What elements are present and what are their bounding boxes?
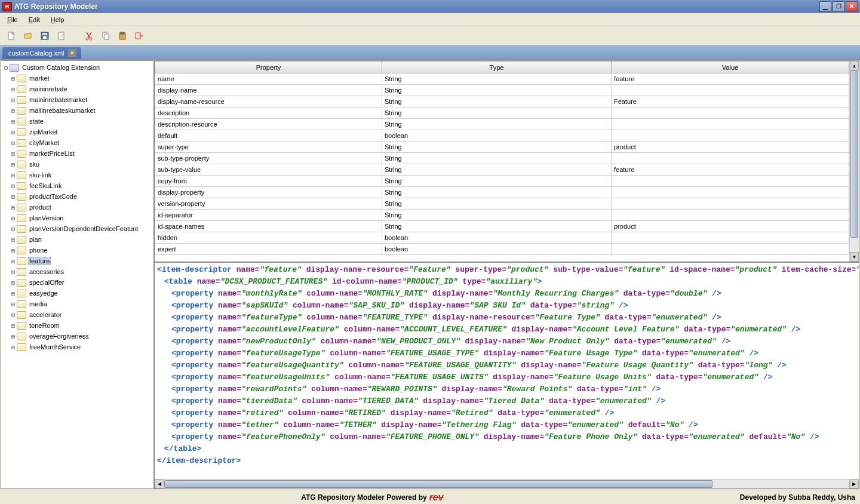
cell-value[interactable] — [612, 85, 849, 96]
menu-help[interactable]: Help — [46, 15, 69, 24]
scroll-down-icon[interactable]: ▼ — [850, 252, 859, 262]
tree-item-freeMonthService[interactable]: ⊞freeMonthService — [2, 342, 152, 352]
tree-item-accessories[interactable]: ⊞accessories — [2, 266, 152, 277]
tree-item-planVersionDependentDeviceFeature[interactable]: ⊞planVersionDependentDeviceFeature — [2, 223, 152, 234]
table-row[interactable]: description-resourceString — [155, 119, 849, 130]
tree-item-maininrebate[interactable]: ⊞maininrebate — [2, 84, 152, 94]
cell-property[interactable]: display-name-resource — [155, 96, 382, 107]
cell-type[interactable]: String — [382, 107, 612, 119]
cell-property[interactable]: version-property — [155, 198, 382, 210]
tree-item-accelerator[interactable]: ⊞accelerator — [2, 309, 152, 320]
toggle-icon[interactable]: ⊞ — [10, 193, 17, 200]
scroll-thumb[interactable] — [164, 480, 712, 488]
table-row[interactable]: nameStringfeature — [155, 73, 849, 85]
close-button[interactable]: ✕ — [846, 1, 858, 12]
exit-icon[interactable] — [133, 29, 146, 42]
menu-file[interactable]: File — [2, 15, 23, 24]
scroll-up-icon[interactable]: ▲ — [850, 61, 859, 70]
table-row[interactable]: sub-type-valueStringfeature — [155, 164, 849, 176]
toggle-icon[interactable]: ⊞ — [10, 86, 17, 93]
menu-edit[interactable]: Edit — [24, 15, 45, 24]
toggle-icon[interactable]: ⊞ — [10, 226, 17, 232]
toggle-icon[interactable]: ⊞ — [10, 312, 17, 318]
cell-property[interactable]: id-space-names — [155, 221, 382, 232]
cell-property[interactable]: name — [155, 73, 382, 85]
tree-item-easyedge[interactable]: ⊞easyedge — [2, 288, 152, 299]
scroll-thumb[interactable] — [850, 70, 858, 238]
cell-property[interactable]: id-separator — [155, 210, 382, 221]
cell-property[interactable]: expert — [155, 244, 382, 255]
property-table[interactable]: Property Type Value nameStringfeaturedis… — [155, 61, 849, 255]
cell-property[interactable]: description-resource — [155, 119, 382, 130]
cell-value[interactable] — [612, 198, 849, 210]
cell-type[interactable]: String — [382, 85, 612, 96]
toggle-icon[interactable]: ⊞ — [10, 301, 17, 308]
maximize-button[interactable]: ❐ — [833, 1, 844, 12]
table-row[interactable]: expertboolean — [155, 244, 849, 255]
toggle-icon[interactable]: ⊞ — [10, 118, 17, 125]
paste-icon[interactable] — [116, 29, 129, 42]
tree-item-sku-link[interactable]: ⊞sku-link — [2, 170, 152, 180]
tree-root[interactable]: ⊟Custom Catalog Extension — [2, 62, 152, 73]
toggle-icon[interactable]: ⊞ — [10, 333, 17, 340]
toggle-icon[interactable]: ⊞ — [10, 183, 17, 189]
table-row[interactable]: super-typeStringproduct — [155, 142, 849, 153]
cell-type[interactable]: String — [382, 176, 612, 187]
cell-value[interactable] — [612, 130, 849, 142]
cell-value[interactable]: product — [612, 221, 849, 232]
toggle-icon[interactable]: ⊞ — [10, 75, 17, 82]
toggle-icon[interactable]: ⊞ — [10, 247, 17, 254]
cell-type[interactable]: boolean — [382, 232, 612, 244]
cell-property[interactable]: description — [155, 107, 382, 119]
tree-item-market[interactable]: ⊞market — [2, 73, 152, 84]
toggle-icon[interactable]: ⊞ — [10, 150, 17, 157]
scroll-left-icon[interactable]: ◀ — [155, 480, 164, 488]
tab-customcatalog[interactable]: customCatalog.xml ✕ — [2, 47, 81, 59]
cell-value[interactable] — [612, 176, 849, 187]
toggle-icon[interactable]: ⊞ — [10, 279, 17, 286]
edit-icon[interactable] — [55, 29, 68, 42]
tree-panel[interactable]: ⊟Custom Catalog Extension⊞market⊞maininr… — [1, 61, 155, 488]
cell-value[interactable]: feature — [612, 73, 849, 85]
cell-type[interactable]: String — [382, 210, 612, 221]
cell-type[interactable]: String — [382, 221, 612, 232]
tree-item-cityMarket[interactable]: ⊞cityMarket — [2, 137, 152, 148]
tree-item-productTaxCode[interactable]: ⊞productTaxCode — [2, 191, 152, 202]
table-row[interactable]: display-propertyString — [155, 187, 849, 198]
tree-item-zipMarket[interactable]: ⊞zipMarket — [2, 127, 152, 137]
tree-item-overageForgiveness[interactable]: ⊞overageForgiveness — [2, 331, 152, 342]
tree-item-feeSkuLink[interactable]: ⊞feeSkuLink — [2, 180, 152, 191]
cell-value[interactable]: feature — [612, 164, 849, 176]
tree-item-product[interactable]: ⊞product — [2, 202, 152, 213]
toggle-icon[interactable]: ⊞ — [10, 269, 17, 275]
table-row[interactable]: id-space-namesStringproduct — [155, 221, 849, 232]
cell-type[interactable]: boolean — [382, 244, 612, 255]
cell-type[interactable]: String — [382, 142, 612, 153]
tree-item-maininrebatemarket[interactable]: ⊞maininrebatemarket — [2, 94, 152, 105]
minimize-button[interactable]: ▁ — [819, 1, 831, 12]
toggle-icon[interactable]: ⊞ — [10, 140, 17, 146]
cell-value[interactable]: Feature — [612, 96, 849, 107]
toggle-icon[interactable]: ⊞ — [10, 290, 17, 297]
cell-type[interactable]: String — [382, 198, 612, 210]
col-type[interactable]: Type — [382, 62, 612, 73]
toggle-icon[interactable]: ⊟ — [2, 64, 10, 71]
tree-item-sku[interactable]: ⊞sku — [2, 159, 152, 170]
tree-item-marketPriceList[interactable]: ⊞marketPriceList — [2, 148, 152, 159]
cell-type[interactable]: String — [382, 187, 612, 198]
table-row[interactable]: display-nameString — [155, 85, 849, 96]
scroll-right-icon[interactable]: ▶ — [849, 480, 859, 488]
open-icon[interactable] — [22, 29, 35, 42]
cell-value[interactable] — [612, 107, 849, 119]
cell-property[interactable]: default — [155, 130, 382, 142]
cut-icon[interactable] — [82, 29, 96, 42]
new-icon[interactable] — [5, 29, 18, 42]
cell-value[interactable] — [612, 119, 849, 130]
copy-icon[interactable] — [99, 29, 112, 42]
cell-type[interactable]: String — [382, 119, 612, 130]
toggle-icon[interactable]: ⊞ — [10, 97, 17, 103]
toggle-icon[interactable]: ⊞ — [10, 172, 17, 179]
toggle-icon[interactable]: ⊞ — [10, 107, 17, 114]
table-row[interactable]: version-propertyString — [155, 198, 849, 210]
cell-property[interactable]: sub-type-property — [155, 153, 382, 164]
